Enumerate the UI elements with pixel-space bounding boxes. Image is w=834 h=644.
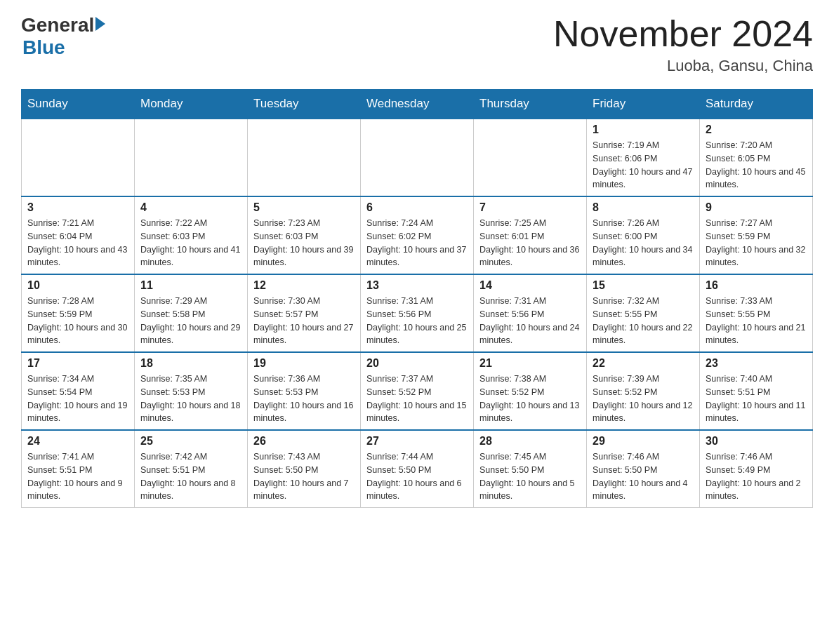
calendar-cell: 14Sunrise: 7:31 AMSunset: 5:56 PMDayligh… — [474, 274, 587, 352]
day-number: 29 — [593, 435, 694, 448]
calendar-cell: 25Sunrise: 7:42 AMSunset: 5:51 PMDayligh… — [135, 430, 248, 508]
day-number: 1 — [593, 123, 694, 136]
day-info: Sunrise: 7:46 AMSunset: 5:49 PMDaylight:… — [706, 450, 807, 503]
calendar-week-row-3: 10Sunrise: 7:28 AMSunset: 5:59 PMDayligh… — [22, 274, 813, 352]
day-number: 25 — [140, 435, 241, 448]
calendar-cell: 19Sunrise: 7:36 AMSunset: 5:53 PMDayligh… — [248, 352, 361, 430]
day-info: Sunrise: 7:20 AMSunset: 6:05 PMDaylight:… — [706, 139, 807, 192]
calendar-cell: 20Sunrise: 7:37 AMSunset: 5:52 PMDayligh… — [361, 352, 474, 430]
day-info: Sunrise: 7:41 AMSunset: 5:51 PMDaylight:… — [27, 450, 128, 503]
calendar-cell: 17Sunrise: 7:34 AMSunset: 5:54 PMDayligh… — [22, 352, 135, 430]
day-info: Sunrise: 7:31 AMSunset: 5:56 PMDaylight:… — [479, 295, 581, 347]
calendar-header-saturday: Saturday — [700, 90, 813, 119]
day-info: Sunrise: 7:46 AMSunset: 5:50 PMDaylight:… — [593, 450, 694, 503]
day-info: Sunrise: 7:27 AMSunset: 5:59 PMDaylight:… — [706, 217, 807, 269]
day-number: 22 — [593, 357, 694, 370]
day-number: 30 — [706, 435, 807, 448]
calendar-cell: 3Sunrise: 7:21 AMSunset: 6:04 PMDaylight… — [22, 196, 135, 274]
day-number: 21 — [479, 357, 581, 370]
day-info: Sunrise: 7:40 AMSunset: 5:51 PMDaylight:… — [706, 373, 807, 425]
day-number: 7 — [479, 201, 581, 214]
calendar-cell: 7Sunrise: 7:25 AMSunset: 6:01 PMDaylight… — [474, 196, 587, 274]
day-info: Sunrise: 7:23 AMSunset: 6:03 PMDaylight:… — [253, 217, 355, 269]
day-info: Sunrise: 7:22 AMSunset: 6:03 PMDaylight:… — [140, 217, 241, 269]
day-number: 16 — [706, 279, 807, 292]
day-number: 26 — [253, 435, 355, 448]
calendar-week-row-1: 1Sunrise: 7:19 AMSunset: 6:06 PMDaylight… — [22, 119, 813, 196]
day-info: Sunrise: 7:26 AMSunset: 6:00 PMDaylight:… — [593, 217, 694, 269]
calendar-cell: 15Sunrise: 7:32 AMSunset: 5:55 PMDayligh… — [587, 274, 700, 352]
calendar-cell — [22, 119, 135, 196]
calendar-header-row: SundayMondayTuesdayWednesdayThursdayFrid… — [22, 90, 813, 119]
day-number: 5 — [253, 201, 355, 214]
calendar-table: SundayMondayTuesdayWednesdayThursdayFrid… — [21, 89, 813, 508]
day-info: Sunrise: 7:44 AMSunset: 5:50 PMDaylight:… — [366, 450, 468, 503]
calendar-cell: 28Sunrise: 7:45 AMSunset: 5:50 PMDayligh… — [474, 430, 587, 508]
day-number: 27 — [366, 435, 468, 448]
title-section: November 2024 Luoba, Gansu, China — [553, 14, 813, 75]
day-info: Sunrise: 7:29 AMSunset: 5:58 PMDaylight:… — [140, 295, 241, 347]
calendar-header-wednesday: Wednesday — [361, 90, 474, 119]
logo: General Blue — [21, 14, 105, 59]
calendar-cell — [361, 119, 474, 196]
calendar-cell: 16Sunrise: 7:33 AMSunset: 5:55 PMDayligh… — [700, 274, 813, 352]
day-number: 9 — [706, 201, 807, 214]
day-info: Sunrise: 7:24 AMSunset: 6:02 PMDaylight:… — [366, 217, 468, 269]
calendar-header-friday: Friday — [587, 90, 700, 119]
day-info: Sunrise: 7:21 AMSunset: 6:04 PMDaylight:… — [27, 217, 128, 269]
calendar-cell: 18Sunrise: 7:35 AMSunset: 5:53 PMDayligh… — [135, 352, 248, 430]
day-number: 19 — [253, 357, 355, 370]
day-info: Sunrise: 7:19 AMSunset: 6:06 PMDaylight:… — [593, 139, 694, 192]
calendar-cell: 9Sunrise: 7:27 AMSunset: 5:59 PMDaylight… — [700, 196, 813, 274]
calendar-cell: 24Sunrise: 7:41 AMSunset: 5:51 PMDayligh… — [22, 430, 135, 508]
calendar-cell — [248, 119, 361, 196]
calendar-cell — [135, 119, 248, 196]
calendar-cell: 21Sunrise: 7:38 AMSunset: 5:52 PMDayligh… — [474, 352, 587, 430]
day-number: 3 — [27, 201, 128, 214]
calendar-cell: 10Sunrise: 7:28 AMSunset: 5:59 PMDayligh… — [22, 274, 135, 352]
logo-arrow-icon — [95, 17, 105, 31]
calendar-cell: 30Sunrise: 7:46 AMSunset: 5:49 PMDayligh… — [700, 430, 813, 508]
calendar-cell: 1Sunrise: 7:19 AMSunset: 6:06 PMDaylight… — [587, 119, 700, 196]
day-info: Sunrise: 7:31 AMSunset: 5:56 PMDaylight:… — [366, 295, 468, 347]
calendar-week-row-4: 17Sunrise: 7:34 AMSunset: 5:54 PMDayligh… — [22, 352, 813, 430]
day-number: 2 — [706, 123, 807, 136]
day-info: Sunrise: 7:33 AMSunset: 5:55 PMDaylight:… — [706, 295, 807, 347]
day-number: 23 — [706, 357, 807, 370]
calendar-cell: 23Sunrise: 7:40 AMSunset: 5:51 PMDayligh… — [700, 352, 813, 430]
month-title: November 2024 — [553, 14, 813, 54]
day-number: 13 — [366, 279, 468, 292]
calendar-cell: 27Sunrise: 7:44 AMSunset: 5:50 PMDayligh… — [361, 430, 474, 508]
logo-blue-text: Blue — [22, 36, 65, 59]
day-number: 17 — [27, 357, 128, 370]
calendar-cell: 5Sunrise: 7:23 AMSunset: 6:03 PMDaylight… — [248, 196, 361, 274]
day-number: 20 — [366, 357, 468, 370]
day-info: Sunrise: 7:35 AMSunset: 5:53 PMDaylight:… — [140, 373, 241, 425]
day-number: 8 — [593, 201, 694, 214]
calendar-cell: 12Sunrise: 7:30 AMSunset: 5:57 PMDayligh… — [248, 274, 361, 352]
calendar-header-monday: Monday — [135, 90, 248, 119]
day-info: Sunrise: 7:28 AMSunset: 5:59 PMDaylight:… — [27, 295, 128, 347]
day-info: Sunrise: 7:34 AMSunset: 5:54 PMDaylight:… — [27, 373, 128, 425]
day-info: Sunrise: 7:38 AMSunset: 5:52 PMDaylight:… — [479, 373, 581, 425]
day-number: 10 — [27, 279, 128, 292]
calendar-header-sunday: Sunday — [22, 90, 135, 119]
day-info: Sunrise: 7:25 AMSunset: 6:01 PMDaylight:… — [479, 217, 581, 269]
day-number: 6 — [366, 201, 468, 214]
day-number: 28 — [479, 435, 581, 448]
calendar-week-row-2: 3Sunrise: 7:21 AMSunset: 6:04 PMDaylight… — [22, 196, 813, 274]
day-info: Sunrise: 7:37 AMSunset: 5:52 PMDaylight:… — [366, 373, 468, 425]
day-number: 15 — [593, 279, 694, 292]
calendar-cell: 22Sunrise: 7:39 AMSunset: 5:52 PMDayligh… — [587, 352, 700, 430]
day-number: 4 — [140, 201, 241, 214]
day-number: 14 — [479, 279, 581, 292]
day-info: Sunrise: 7:32 AMSunset: 5:55 PMDaylight:… — [593, 295, 694, 347]
day-info: Sunrise: 7:36 AMSunset: 5:53 PMDaylight:… — [253, 373, 355, 425]
calendar-header-thursday: Thursday — [474, 90, 587, 119]
day-info: Sunrise: 7:45 AMSunset: 5:50 PMDaylight:… — [479, 450, 581, 503]
location-subtitle: Luoba, Gansu, China — [553, 57, 813, 75]
day-number: 24 — [27, 435, 128, 448]
day-info: Sunrise: 7:42 AMSunset: 5:51 PMDaylight:… — [140, 450, 241, 503]
day-number: 18 — [140, 357, 241, 370]
day-number: 12 — [253, 279, 355, 292]
